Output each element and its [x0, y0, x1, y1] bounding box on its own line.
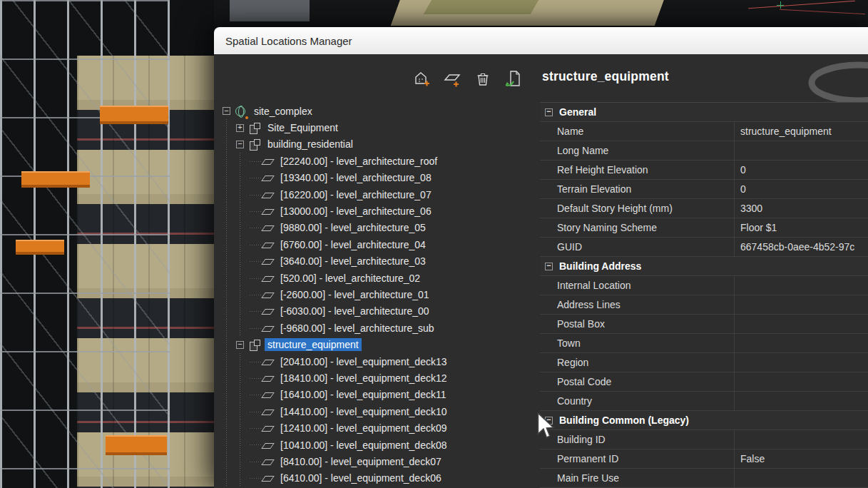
tree-item-level[interactable]: [19340.00] - level_architecture_08: [223, 170, 535, 186]
collapse-icon[interactable]: [545, 417, 553, 425]
tree-item-site[interactable]: site_complex: [223, 103, 535, 119]
tree-connector: [250, 253, 261, 270]
scene-block: [230, 0, 310, 21]
tree-item-label: [3640.00] - level_architecture_03: [277, 255, 429, 268]
collapse-icon[interactable]: [236, 141, 244, 148]
property-value[interactable]: [735, 430, 868, 449]
tree-item-level[interactable]: [-9680.00] - level_architecture_sub: [223, 320, 535, 336]
building-icon: [248, 122, 261, 133]
property-value[interactable]: [735, 315, 868, 333]
property-value[interactable]: 0: [735, 180, 868, 198]
collapse-icon[interactable]: [236, 341, 244, 349]
tree-item-level[interactable]: [-6030.00] - level_architecture_00: [223, 303, 535, 320]
property-value[interactable]: Floor $1: [735, 218, 868, 237]
tree-item-building[interactable]: building_residential: [223, 136, 535, 153]
tree-item-label: [6410.00] - level_equipment_deck06: [277, 472, 444, 484]
tree-item-building[interactable]: Site_Equipment: [223, 119, 535, 136]
level-icon: [261, 156, 274, 167]
tree-item-building-selected[interactable]: structure_equipment: [223, 336, 535, 352]
section-title: General: [559, 106, 596, 118]
tree-item-level[interactable]: [14410.00] - level_equipment_deck10: [223, 403, 535, 420]
add-building-button[interactable]: [412, 68, 432, 88]
tree-item-label: [8410.00] - level_equipment_deck07: [277, 455, 444, 468]
collapse-icon[interactable]: [545, 263, 553, 270]
property-value[interactable]: [735, 353, 868, 372]
property-label: Country: [540, 392, 735, 410]
export-button[interactable]: [504, 68, 524, 88]
property-value[interactable]: [735, 372, 868, 391]
property-row: Country: [540, 392, 868, 411]
section-header-general[interactable]: General: [540, 103, 868, 122]
tree-item-level[interactable]: [520.00] - level_architecture_02: [223, 270, 535, 286]
level-icon: [261, 356, 274, 367]
level-icon: [261, 172, 274, 183]
tree-item-level[interactable]: [12410.00] - level_equipment_deck09: [223, 420, 535, 436]
tree-guide: [236, 236, 250, 253]
tree-item-level[interactable]: [20410.00] - level_equipment_deck13: [223, 353, 535, 370]
property-row: Name structure_equipment: [540, 122, 868, 141]
tree-item-level[interactable]: [13000.00] - level_architecture_06: [223, 203, 535, 219]
tree-guide: [223, 119, 236, 136]
delete-button[interactable]: [473, 68, 493, 88]
tree-item-level[interactable]: [18410.00] - level_equipment_deck12: [223, 370, 535, 386]
section-header-building-common[interactable]: Building Common (Legacy): [540, 411, 868, 430]
building-icon: [248, 339, 261, 350]
expand-icon[interactable]: [236, 124, 244, 132]
property-value[interactable]: structure_equipment: [735, 122, 868, 141]
property-value[interactable]: [735, 469, 868, 487]
collapse-icon[interactable]: [223, 107, 230, 115]
section-header-building-address[interactable]: Building Address: [540, 257, 868, 276]
property-label: Internal Location: [540, 276, 735, 295]
tree-item-level[interactable]: [10410.00] - level_equipment_deck08: [223, 437, 535, 453]
tree-item-level[interactable]: [16220.00] - level_architecture_07: [223, 186, 535, 203]
tree-item-level[interactable]: [-2600.00] - level_architecture_01: [223, 286, 535, 303]
tree-guide: [236, 253, 250, 270]
properties-header: structure_equipment: [542, 69, 669, 84]
tree-item-level[interactable]: [22240.00] - level_architecture_roof: [223, 153, 535, 169]
tree-guide: [223, 336, 236, 352]
tree-guide: [223, 253, 236, 270]
property-value[interactable]: False: [735, 449, 868, 468]
property-value[interactable]: [735, 392, 868, 410]
scaffold-platform: [100, 106, 168, 124]
tree-item-level[interactable]: [9880.00] - level_architecture_05: [223, 220, 535, 236]
level-icon: [261, 456, 274, 467]
property-value[interactable]: [735, 141, 868, 160]
tree-guide: [223, 387, 236, 403]
tree-guide: [223, 203, 236, 219]
dialog-titlebar[interactable]: Spatial Locations Manager: [214, 27, 868, 54]
property-label: Postal Box: [540, 315, 735, 333]
wireframe-line: [780, 9, 865, 14]
property-row: Permanent ID False: [540, 449, 868, 469]
property-label: Permanent ID: [540, 449, 735, 468]
property-value[interactable]: 3300: [735, 199, 868, 218]
tree-item-label: [-2600.00] - level_architecture_01: [277, 288, 432, 301]
tree-item-level[interactable]: [8410.00] - level_equipment_deck07: [223, 453, 535, 469]
property-row: Address Lines: [540, 295, 868, 315]
tree-item-level[interactable]: [6410.00] - level_equipment_deck06: [223, 470, 535, 487]
tree-item-level[interactable]: [16410.00] - level_equipment_deck11: [223, 387, 535, 403]
tree-connector: [250, 387, 261, 403]
property-value[interactable]: [735, 334, 868, 352]
building-icon: [248, 138, 261, 150]
tree-item-label: [10410.00] - level_equipment_deck08: [277, 439, 450, 452]
tree-guide: [236, 370, 250, 386]
add-story-button[interactable]: [442, 68, 462, 88]
tree-item-level[interactable]: [6760.00] - level_architecture_04: [223, 236, 535, 253]
property-value[interactable]: [735, 295, 868, 314]
level-icon: [261, 205, 274, 217]
property-value[interactable]: 0: [735, 161, 868, 179]
tree-guide: [223, 370, 236, 386]
property-label: Default Story Height (mm): [540, 199, 735, 218]
tree-connector: [250, 186, 261, 203]
collapse-icon[interactable]: [545, 108, 553, 116]
tree-guide: [223, 403, 236, 420]
tree-guide: [223, 437, 236, 453]
tree-connector: [250, 420, 261, 436]
level-icon: [261, 472, 274, 484]
property-value[interactable]: [735, 276, 868, 295]
property-value[interactable]: 667458cb-0aee-4b52-97c: [735, 238, 868, 256]
tree-item-level[interactable]: [3640.00] - level_architecture_03: [223, 253, 535, 270]
tree-guide: [223, 320, 236, 336]
tree-guide: [236, 220, 250, 236]
